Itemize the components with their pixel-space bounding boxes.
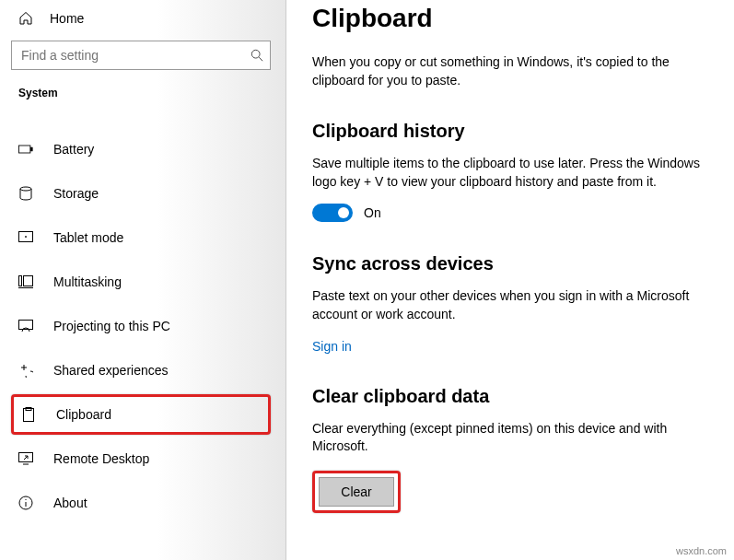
nav-label: Storage <box>53 186 99 201</box>
clear-heading: Clear clipboard data <box>312 386 708 407</box>
history-desc: Save multiple items to the clipboard to … <box>312 155 708 191</box>
section-title: System <box>11 83 285 107</box>
sync-desc: Paste text on your other devices when yo… <box>312 287 708 323</box>
projecting-icon <box>18 320 33 332</box>
clear-desc: Clear everything (except pinned items) o… <box>312 420 708 456</box>
battery-icon <box>18 144 33 155</box>
nav-label: Battery <box>53 142 94 157</box>
watermark: wsxdn.com <box>676 545 727 556</box>
page-intro: When you copy or cut something in Window… <box>312 53 708 89</box>
svg-point-6 <box>26 237 27 238</box>
nav-label: Tablet mode <box>53 230 123 245</box>
nav-label: Shared experiences <box>53 363 169 378</box>
sidebar-item-clipboard[interactable]: Clipboard <box>11 394 271 435</box>
storage-icon <box>18 186 33 201</box>
clear-button-highlight: Clear <box>312 471 401 513</box>
multitasking-icon <box>18 275 33 288</box>
svg-rect-2 <box>18 146 29 153</box>
signin-link[interactable]: Sign in <box>312 339 352 354</box>
about-icon <box>18 496 33 510</box>
nav-list: Battery Storage Tablet mode Multitasking <box>11 129 285 523</box>
sidebar-item-battery[interactable]: Battery <box>11 129 271 169</box>
nav-label: Clipboard <box>56 407 111 422</box>
tablet-icon <box>18 231 33 244</box>
home-label: Home <box>50 11 84 26</box>
nav-label: Projecting to this PC <box>53 319 170 333</box>
section-clear: Clear clipboard data Clear everything (e… <box>312 386 708 513</box>
sidebar-item-multitasking[interactable]: Multitasking <box>11 262 271 302</box>
home-link[interactable]: Home <box>11 6 285 37</box>
nav-label: Remote Desktop <box>53 451 149 466</box>
section-history: Clipboard history Save multiple items to… <box>312 121 708 222</box>
sidebar-item-about[interactable]: About <box>11 483 271 523</box>
sidebar: Home System Battery Storage Tablet mode <box>0 0 285 560</box>
clipboard-icon <box>21 407 36 422</box>
remote-desktop-icon <box>18 452 33 465</box>
history-toggle-label: On <box>364 205 381 220</box>
section-sync: Sync across devices Paste text on your o… <box>312 253 708 354</box>
nav-label: About <box>53 496 87 510</box>
shared-icon <box>18 363 33 378</box>
svg-rect-3 <box>30 147 32 151</box>
search-field[interactable] <box>11 41 271 70</box>
history-heading: Clipboard history <box>312 121 708 142</box>
sidebar-item-projecting[interactable]: Projecting to this PC <box>11 306 271 346</box>
nav-label: Multitasking <box>53 274 122 289</box>
content-pane: Clipboard When you copy or cut something… <box>285 0 734 560</box>
sidebar-item-tablet-mode[interactable]: Tablet mode <box>11 217 271 258</box>
search-input[interactable] <box>11 41 271 70</box>
svg-rect-7 <box>19 276 22 286</box>
svg-point-4 <box>20 187 31 191</box>
sidebar-item-storage[interactable]: Storage <box>11 173 271 214</box>
clear-button[interactable]: Clear <box>319 477 394 507</box>
sync-heading: Sync across devices <box>312 253 708 274</box>
history-toggle[interactable] <box>312 204 353 222</box>
sidebar-item-shared-experiences[interactable]: Shared experiences <box>11 350 271 391</box>
page-title: Clipboard <box>312 4 708 33</box>
sidebar-item-remote-desktop[interactable]: Remote Desktop <box>11 438 271 479</box>
home-icon <box>18 11 33 26</box>
svg-rect-8 <box>24 276 33 286</box>
